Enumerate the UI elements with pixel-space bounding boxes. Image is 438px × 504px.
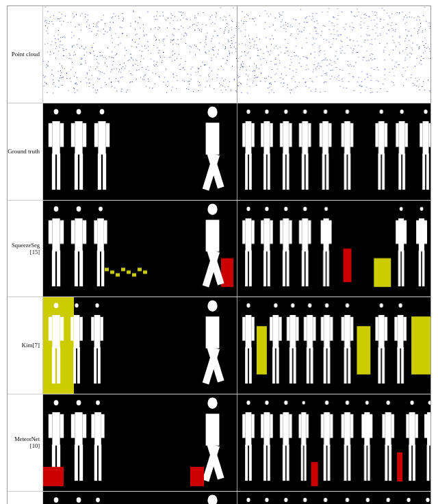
panel-a-prop-right — [237, 492, 431, 504]
row-a-kim: Kim[7] — [8, 297, 430, 394]
panel-a-met-right — [237, 394, 431, 491]
row-a-meteor: MeteorNet[10] — [8, 394, 430, 492]
label-a-meteor: MeteorNet[10] — [8, 394, 43, 491]
panel-a-gt-right — [237, 103, 431, 200]
panel-grid-a: Point cloud Ground truth — [7, 5, 431, 504]
label-a-gt: Ground truth — [8, 103, 43, 200]
row-a-proposed: Proposed — [8, 492, 430, 504]
panel-a-met-left — [43, 394, 237, 491]
label-a-pointcloud: Point cloud — [8, 6, 43, 103]
section-a: Point cloud Ground truth — [7, 5, 431, 504]
main-container: Point cloud Ground truth — [0, 0, 438, 504]
panel-a-gt-left — [43, 103, 237, 200]
panel-a-pc-left — [43, 6, 237, 103]
row-a-pointcloud: Point cloud — [8, 6, 430, 103]
label-a-proposed: Proposed — [8, 492, 43, 504]
row-a-squeeze: SqueezeSeg[15] — [8, 201, 430, 298]
panel-a-sq-left — [43, 201, 237, 297]
row-a-gt: Ground truth — [8, 103, 430, 201]
label-a-squeeze: SqueezeSeg[15] — [8, 201, 43, 297]
panel-a-kim-left — [43, 297, 237, 394]
panels-a-pointcloud — [43, 6, 430, 103]
label-a-kim: Kim[7] — [8, 297, 43, 394]
panel-a-kim-right — [237, 297, 431, 394]
panel-a-pc-right — [237, 6, 431, 103]
panel-a-prop-left — [43, 492, 237, 504]
panel-a-sq-right — [237, 201, 431, 297]
